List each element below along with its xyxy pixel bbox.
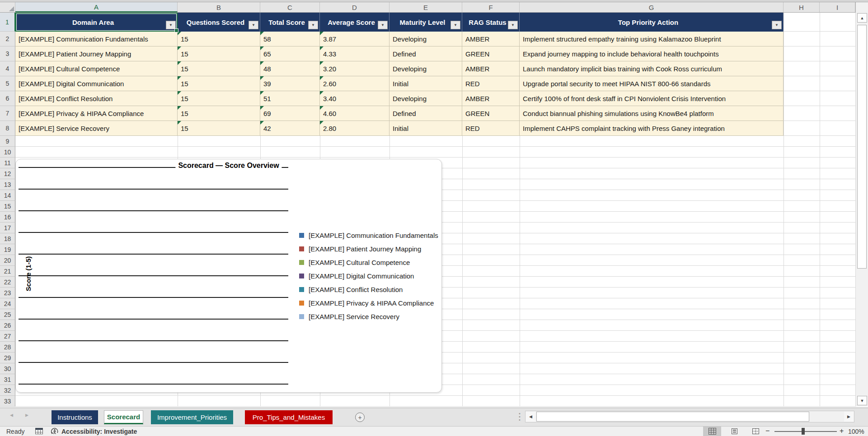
table-column-header[interactable]: Top Priority Action▼ [520, 13, 784, 32]
legend-item[interactable]: [EXAMPLE] Patient Journey Mapping [299, 242, 421, 255]
row-header-14[interactable]: 14 [0, 190, 15, 201]
filter-button[interactable]: ▼ [450, 21, 460, 29]
sheet-tab-pro_tips_and_mistakes[interactable]: Pro_Tips_and_Mistakes [245, 410, 333, 424]
scroll-up-button[interactable]: ▲ [857, 13, 867, 23]
table-column-header[interactable]: Total Score▼ [260, 13, 320, 32]
table-cell[interactable]: 15 [178, 106, 260, 121]
table-cell[interactable]: [EXAMPLE] Digital Communication [15, 76, 178, 91]
zoom-slider[interactable] [774, 431, 837, 432]
column-header-D[interactable]: D [320, 2, 389, 12]
table-cell[interactable]: Defined [389, 106, 462, 121]
table-cell[interactable]: GREEN [462, 46, 520, 61]
table-cell[interactable]: Initial [389, 76, 462, 91]
column-header-G[interactable]: G [520, 2, 784, 12]
row-header-19[interactable]: 19 [0, 244, 15, 255]
table-cell[interactable]: Initial [389, 121, 462, 136]
sheet-nav-left-icon[interactable]: ◂ [10, 411, 13, 418]
column-header-I[interactable]: I [820, 2, 855, 12]
zoom-in-icon[interactable]: + [840, 427, 844, 435]
filter-button[interactable]: ▼ [249, 21, 258, 29]
scroll-left-button[interactable]: ◀ [526, 412, 535, 422]
row-header-16[interactable]: 16 [0, 212, 15, 223]
table-cell[interactable]: 15 [178, 121, 260, 136]
table-cell[interactable]: 15 [178, 61, 260, 76]
row-header-25[interactable]: 25 [0, 309, 15, 320]
table-column-header[interactable]: Maturity Level▼ [389, 13, 462, 32]
table-cell[interactable]: [EXAMPLE] Conflict Resolution [15, 91, 178, 106]
table-column-header[interactable]: Domain Area▼ [15, 13, 178, 32]
table-cell[interactable]: 4.33 [320, 46, 389, 61]
legend-item[interactable]: [EXAMPLE] Service Recovery [299, 310, 399, 323]
table-cell[interactable]: AMBER [462, 91, 520, 106]
vertical-scrollbar[interactable]: ▲ ▼ [855, 2, 868, 407]
row-header-23[interactable]: 23 [0, 288, 15, 298]
table-cell[interactable]: Developing [389, 91, 462, 106]
embedded-chart[interactable]: Scorecard — Score Overview Score (1-5) [… [15, 159, 442, 393]
zoom-level[interactable]: 100% [848, 428, 864, 435]
table-cell[interactable]: Launch mandatory implicit bias training … [520, 61, 784, 76]
select-all-button[interactable] [0, 2, 15, 12]
filter-button[interactable]: ▼ [772, 21, 782, 29]
table-cell[interactable]: Defined [389, 46, 462, 61]
row-header-4[interactable]: 4 [0, 61, 15, 76]
row-header-7[interactable]: 7 [0, 106, 15, 121]
sheet-tab-improvement_priorities[interactable]: Improvement_Priorities [151, 410, 233, 424]
table-cell[interactable]: 3.87 [320, 32, 389, 46]
table-cell[interactable]: Upgrade portal security to meet HIPAA NI… [520, 76, 784, 91]
table-cell[interactable]: Developing [389, 32, 462, 46]
legend-item[interactable]: [EXAMPLE] Communication Fundamentals [299, 228, 438, 242]
column-header-E[interactable]: E [389, 2, 462, 12]
row-header-17[interactable]: 17 [0, 223, 15, 233]
table-column-header[interactable]: Questions Scored▼ [178, 13, 260, 32]
table-cell[interactable]: 58 [260, 32, 320, 46]
page-layout-view-button[interactable] [725, 427, 743, 436]
table-cell[interactable]: GREEN [462, 106, 520, 121]
table-cell[interactable]: Implement CAHPS complaint tracking with … [520, 121, 784, 136]
row-header-22[interactable]: 22 [0, 277, 15, 288]
table-cell[interactable]: Expand journey mapping to include behavi… [520, 46, 784, 61]
table-cell[interactable]: 4.60 [320, 106, 389, 121]
row-header-28[interactable]: 28 [0, 342, 15, 353]
table-cell[interactable]: 15 [178, 91, 260, 106]
row-header-26[interactable]: 26 [0, 320, 15, 331]
row-header-20[interactable]: 20 [0, 255, 15, 266]
column-header-B[interactable]: B [178, 2, 260, 12]
filter-button[interactable]: ▼ [378, 21, 388, 29]
table-cell[interactable]: Developing [389, 61, 462, 76]
table-cell[interactable]: 65 [260, 46, 320, 61]
table-cell[interactable]: 15 [178, 32, 260, 46]
row-header-10[interactable]: 10 [0, 147, 15, 158]
row-header-11[interactable]: 11 [0, 158, 15, 168]
table-cell[interactable]: 15 [178, 46, 260, 61]
sheet-tab-scorecard[interactable]: Scorecard [104, 410, 143, 424]
page-break-view-button[interactable] [746, 427, 765, 436]
table-cell[interactable]: 3.40 [320, 91, 389, 106]
zoom-slider-thumb[interactable] [802, 428, 805, 435]
filter-button[interactable]: ▼ [508, 21, 518, 29]
table-cell[interactable]: 69 [260, 106, 320, 121]
table-cell[interactable]: 3.20 [320, 61, 389, 76]
table-cell[interactable]: 48 [260, 61, 320, 76]
row-header-2[interactable]: 2 [0, 32, 15, 46]
row-header-13[interactable]: 13 [0, 179, 15, 190]
row-header-31[interactable]: 31 [0, 374, 15, 385]
row-header-30[interactable]: 30 [0, 363, 15, 374]
table-cell[interactable]: Certify 100% of front desk staff in CPI … [520, 91, 784, 106]
row-header-3[interactable]: 3 [0, 46, 15, 61]
add-sheet-button[interactable]: + [355, 413, 365, 422]
table-cell[interactable]: 2.80 [320, 121, 389, 136]
horizontal-scrollbar[interactable]: ◀ ▶ [525, 411, 854, 422]
row-header-6[interactable]: 6 [0, 91, 15, 106]
macro-record-icon[interactable] [35, 428, 43, 436]
legend-item[interactable]: [EXAMPLE] Conflict Resolution [299, 283, 403, 296]
legend-item[interactable]: [EXAMPLE] Cultural Competence [299, 255, 410, 269]
table-cell[interactable]: 51 [260, 91, 320, 106]
row-header-12[interactable]: 12 [0, 168, 15, 179]
filter-button[interactable]: ▼ [166, 21, 176, 29]
column-header-C[interactable]: C [260, 2, 320, 12]
row-header-8[interactable]: 8 [0, 121, 15, 136]
table-cell[interactable]: RED [462, 76, 520, 91]
table-cell[interactable]: [EXAMPLE] Patient Journey Mapping [15, 46, 178, 61]
row-header-32[interactable]: 32 [0, 385, 15, 396]
chart-y-axis-label[interactable]: Score (1-5) [24, 249, 32, 299]
